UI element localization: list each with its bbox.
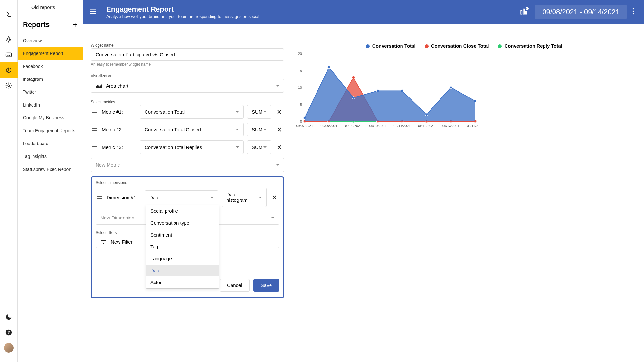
remove-metric-button[interactable]: ✕ xyxy=(275,126,284,134)
legend-item[interactable]: Conversation Total xyxy=(366,43,416,49)
back-link[interactable]: ← Old reports xyxy=(18,0,83,14)
svg-point-15 xyxy=(633,8,634,9)
svg-text:5: 5 xyxy=(300,103,302,107)
widget-name-input[interactable]: Conversation Participated v/s Closed xyxy=(91,48,284,61)
svg-text:09/11/2021: 09/11/2021 xyxy=(394,124,411,128)
svg-point-16 xyxy=(633,11,634,12)
svg-text:0: 0 xyxy=(300,119,302,123)
date-range-picker[interactable]: 09/08/2021 - 09/14/2021 xyxy=(535,5,627,19)
widget-name-hint: An easy to remember widget name xyxy=(91,62,284,67)
chart-preview: Conversation TotalConversation Close Tot… xyxy=(292,43,636,354)
sidebar-item-instagram[interactable]: Instagram xyxy=(18,73,83,86)
more-icon[interactable] xyxy=(630,7,636,16)
svg-text:09/08/2021: 09/08/2021 xyxy=(320,124,337,128)
dimension-option[interactable]: Sentiment xyxy=(146,229,219,241)
dimension-option[interactable]: Language xyxy=(146,253,219,265)
drag-handle-icon[interactable] xyxy=(91,111,99,113)
nav-list: OverviewEngagement ReportFacebookInstagr… xyxy=(18,34,83,176)
dimension-option[interactable]: Tag xyxy=(146,241,219,253)
svg-text:09/13/2021: 09/13/2021 xyxy=(442,124,459,128)
svg-point-45 xyxy=(376,90,379,92)
avatar[interactable] xyxy=(0,340,18,356)
aggregation-select[interactable]: SUM xyxy=(247,123,271,136)
add-widget-icon[interactable] xyxy=(520,7,529,17)
reports-icon[interactable] xyxy=(0,62,18,78)
main: Engagement Report Analyze how well your … xyxy=(83,0,644,362)
moon-icon[interactable] xyxy=(0,309,18,325)
svg-text:09/14/2021: 09/14/2021 xyxy=(467,124,478,128)
arrow-left-icon: ← xyxy=(22,4,28,11)
svg-text:10: 10 xyxy=(298,86,302,89)
svg-text:09/10/2021: 09/10/2021 xyxy=(369,124,386,128)
sidebar-item-facebook[interactable]: Facebook xyxy=(18,60,83,73)
legend-item[interactable]: Conversation Close Total xyxy=(425,43,489,49)
visualization-select[interactable]: Area chart xyxy=(91,79,284,93)
help-icon[interactable]: ? xyxy=(0,325,18,340)
svg-point-43 xyxy=(328,66,330,69)
widget-form: Widget name Conversation Participated v/… xyxy=(91,43,284,354)
remove-dimension-button[interactable]: ✕ xyxy=(270,193,279,201)
topbar: Engagement Report Analyze how well your … xyxy=(83,0,644,24)
rocket-icon[interactable] xyxy=(0,32,18,47)
sidebar-item-team-engagemnt-reports[interactable]: Team Engagemnt Reports xyxy=(18,124,83,137)
metric-label: Metric #1: xyxy=(102,109,137,115)
sidebar-item-engagement-report[interactable]: Engagement Report xyxy=(18,47,83,60)
icon-rail: ? xyxy=(0,0,18,362)
svg-point-47 xyxy=(425,113,428,116)
metric-select[interactable]: Conversation Total Closed xyxy=(140,123,244,136)
new-metric-select[interactable]: New Metric xyxy=(91,158,284,172)
svg-point-46 xyxy=(401,90,403,92)
drag-handle-icon[interactable] xyxy=(91,128,99,131)
sidebar-item-statusbrew-exec-report[interactable]: Statusbrew Exec Report xyxy=(18,163,83,176)
aggregation-select[interactable]: SUM xyxy=(247,105,271,119)
svg-rect-11 xyxy=(526,12,527,14)
page-subtitle: Analyze how well your brand and your tea… xyxy=(106,14,520,19)
chevron-down-icon xyxy=(271,217,274,218)
sidebar-item-twitter[interactable]: Twitter xyxy=(18,86,83,98)
aggregation-select[interactable]: SUM xyxy=(247,140,271,154)
sidebar-item-leaderboard[interactable]: Leaderboard xyxy=(18,137,83,150)
inbox-icon[interactable] xyxy=(0,47,18,62)
sidebar-item-overview[interactable]: Overview xyxy=(18,34,83,47)
svg-text:09/07/2021: 09/07/2021 xyxy=(296,124,313,128)
select-metrics-label: Select metrics xyxy=(91,100,284,104)
svg-text:20: 20 xyxy=(298,52,302,56)
drag-handle-icon[interactable] xyxy=(96,196,103,199)
dimension-option[interactable]: Conversation type xyxy=(146,217,219,229)
dimension-option[interactable]: Date xyxy=(146,265,219,276)
sidebar: ← Old reports Reports + OverviewEngageme… xyxy=(18,0,83,362)
dimension-label: Dimension #1: xyxy=(107,195,141,200)
chevron-down-icon xyxy=(276,164,279,166)
back-link-label: Old reports xyxy=(31,5,55,10)
svg-point-36 xyxy=(352,76,355,79)
svg-point-49 xyxy=(474,100,477,102)
settings-icon[interactable] xyxy=(0,78,18,93)
svg-point-42 xyxy=(303,117,306,119)
area-chart: 0510152009/07/202109/08/202109/09/202109… xyxy=(292,51,478,134)
visualization-label: Visualization xyxy=(91,74,284,78)
legend-item[interactable]: Conversation Reply Total xyxy=(498,43,562,49)
sidebar-item-tag-insights[interactable]: Tag insights xyxy=(18,150,83,163)
dimension-type-select[interactable]: Date histogram xyxy=(222,188,267,207)
dimension-select[interactable]: Date xyxy=(145,190,218,204)
logo-icon[interactable] xyxy=(0,6,18,22)
hamburger-icon[interactable] xyxy=(89,7,97,17)
svg-point-44 xyxy=(352,97,355,99)
filter-icon xyxy=(100,239,107,245)
dimension-option[interactable]: Social profile xyxy=(146,205,219,217)
save-button[interactable]: Save xyxy=(253,279,279,292)
metric-select[interactable]: Conversation Total Replies xyxy=(140,140,244,154)
sidebar-item-linkedin[interactable]: LinkedIn xyxy=(18,98,83,111)
remove-metric-button[interactable]: ✕ xyxy=(275,108,284,116)
dimension-option[interactable]: Actor xyxy=(146,276,219,288)
metric-label: Metric #2: xyxy=(102,127,137,132)
metric-select[interactable]: Conversation Total xyxy=(140,105,244,119)
remove-metric-button[interactable]: ✕ xyxy=(275,144,284,151)
svg-rect-9 xyxy=(521,11,522,14)
cancel-button[interactable]: Cancel xyxy=(220,279,250,292)
sidebar-item-google-my-business[interactable]: Google My Business xyxy=(18,111,83,124)
svg-point-17 xyxy=(633,13,634,14)
drag-handle-icon[interactable] xyxy=(91,146,99,148)
add-report-button[interactable]: + xyxy=(73,20,78,30)
page-title: Engagement Report xyxy=(106,5,520,14)
